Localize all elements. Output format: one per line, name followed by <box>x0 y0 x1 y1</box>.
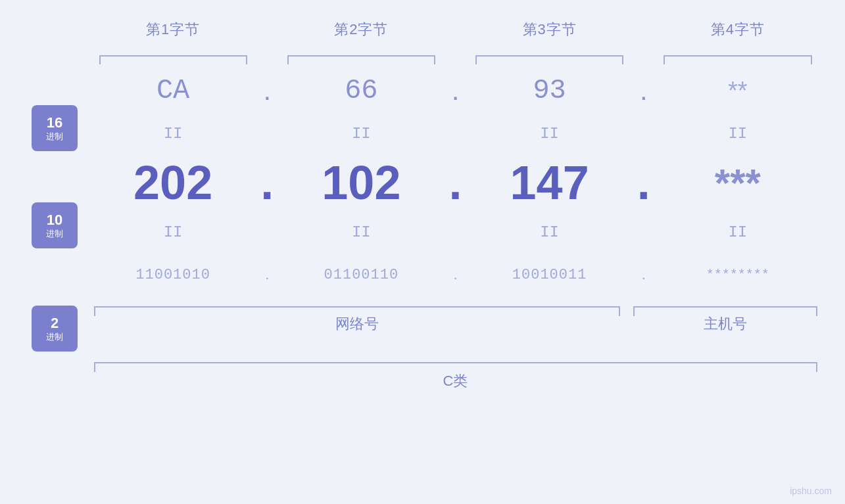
bin-cell-3: 10010011 <box>470 267 629 283</box>
dec-dot-1: . <box>253 156 282 210</box>
bin-dot-3: . <box>629 266 658 283</box>
main-container: 第1字节 第2字节 第3字节 第4字节 <box>0 0 845 504</box>
equals-row-2: II II II II <box>94 216 817 248</box>
hex-cell-1: CA <box>94 75 253 106</box>
dec-cell-4: *** <box>658 160 817 206</box>
byte-headers: 第1字节 第2字节 第3字节 第4字节 <box>94 20 817 39</box>
dec-cell-3: 147 <box>470 156 629 210</box>
byte-header-1: 第1字节 <box>94 20 253 39</box>
bin-value-1: 11001010 <box>135 267 210 283</box>
dec-cell-2: 102 <box>282 156 441 210</box>
dec-dot-3: . <box>629 156 658 210</box>
bin-dot-2: . <box>441 266 470 283</box>
hex-value-3: 93 <box>533 75 566 106</box>
top-bracket-3 <box>475 46 623 64</box>
eq2-1: II <box>94 223 253 241</box>
network-label: 网络号 <box>94 314 620 334</box>
hex-cell-4: ** <box>658 77 817 105</box>
bin-cell-4: ******** <box>658 267 817 283</box>
watermark: ipshu.com <box>790 486 832 496</box>
equals-row-1: II II II II <box>94 117 817 150</box>
eq-1: II <box>94 125 253 143</box>
host-label: 主机号 <box>633 314 817 334</box>
hex-cell-2: 66 <box>282 75 441 106</box>
hex-dot-2: . <box>441 75 470 106</box>
eq2-3: II <box>470 223 629 241</box>
top-bracket-4 <box>664 46 811 64</box>
byte-header-3: 第3字节 <box>470 20 629 39</box>
main-grid: 第1字节 第2字节 第3字节 第4字节 <box>94 20 817 491</box>
eq-3: II <box>470 125 629 143</box>
class-bracket-section: C类 <box>94 362 817 391</box>
network-bracket: 网络号 <box>94 306 620 334</box>
byte-header-2: 第2字节 <box>282 20 441 39</box>
bin-value-4: ******** <box>706 267 769 283</box>
eq-2: II <box>282 125 441 143</box>
dec-dot-2: . <box>441 156 470 210</box>
dec-value-3: 147 <box>510 156 589 210</box>
dec-value-1: 202 <box>133 156 212 210</box>
top-bracket-2 <box>287 46 435 64</box>
hex-dot-3: . <box>629 75 658 106</box>
hex-dot-1: . <box>253 75 282 106</box>
dec-cell-1: 202 <box>94 156 253 210</box>
byte-header-4: 第4字节 <box>658 20 817 39</box>
class-bracket-line <box>94 362 817 363</box>
top-bracket-1 <box>99 46 247 64</box>
bin-dot-1: . <box>253 266 282 283</box>
dec-row: 202 . 102 . 147 . *** <box>94 150 817 216</box>
bin-value-3: 10010011 <box>512 267 587 283</box>
bin-cell-1: 11001010 <box>94 267 253 283</box>
bin-value-2: 01100110 <box>324 267 399 283</box>
bottom-brackets: 网络号 主机号 <box>94 306 817 346</box>
hex-cell-3: 93 <box>470 75 629 106</box>
hex-value-4: ** <box>728 77 748 105</box>
class-label: C类 <box>94 371 817 391</box>
hex-value-1: CA <box>157 75 189 106</box>
dec-value-4: *** <box>715 160 761 206</box>
hex-row: CA . 66 . 93 . ** <box>94 64 817 117</box>
bin-row: 11001010 . 01100110 . 10010011 . *******… <box>94 248 817 301</box>
eq2-4: II <box>658 223 817 241</box>
hex-value-2: 66 <box>345 75 377 106</box>
bin-cell-2: 01100110 <box>282 267 441 283</box>
eq2-2: II <box>282 223 441 241</box>
eq-4: II <box>658 125 817 143</box>
host-bracket: 主机号 <box>633 306 817 334</box>
top-brackets <box>94 46 817 64</box>
dec-value-2: 102 <box>322 156 400 210</box>
